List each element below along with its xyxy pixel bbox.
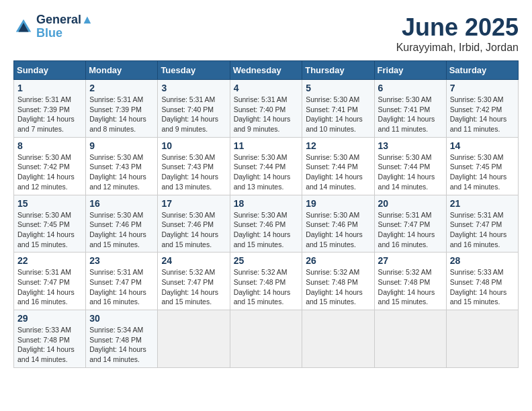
calendar-cell: 9 Sunrise: 5:30 AM Sunset: 7:43 PM Dayli…: [86, 137, 158, 195]
calendar-cell: 26 Sunrise: 5:32 AM Sunset: 7:48 PM Dayl…: [302, 253, 374, 310]
calendar-cell: 19 Sunrise: 5:30 AM Sunset: 7:46 PM Dayl…: [302, 195, 374, 253]
day-number: 22: [17, 255, 82, 266]
day-number: 1: [17, 83, 82, 93]
day-info: Sunrise: 5:30 AM Sunset: 7:45 PM Dayligh…: [17, 210, 82, 250]
calendar-cell: 8 Sunrise: 5:30 AM Sunset: 7:42 PM Dayli…: [14, 137, 86, 195]
calendar-cell: 24 Sunrise: 5:32 AM Sunset: 7:47 PM Dayl…: [158, 253, 230, 310]
calendar-cell: 15 Sunrise: 5:30 AM Sunset: 7:45 PM Dayl…: [14, 195, 86, 253]
calendar-cell: [446, 310, 518, 368]
calendar-cell: 28 Sunrise: 5:33 AM Sunset: 7:48 PM Dayl…: [446, 253, 518, 310]
day-info: Sunrise: 5:30 AM Sunset: 7:43 PM Dayligh…: [161, 152, 226, 192]
day-info: Sunrise: 5:33 AM Sunset: 7:48 PM Dayligh…: [17, 325, 82, 365]
calendar-cell: [374, 310, 446, 368]
day-number: 17: [161, 198, 226, 209]
calendar-cell: [302, 310, 374, 368]
day-info: Sunrise: 5:30 AM Sunset: 7:42 PM Dayligh…: [17, 152, 82, 192]
day-number: 4: [234, 83, 299, 93]
day-number: 18: [234, 198, 299, 209]
logo-text: General▲ Blue: [36, 13, 93, 40]
calendar-cell: 16 Sunrise: 5:30 AM Sunset: 7:46 PM Dayl…: [86, 195, 158, 253]
calendar-cell: 11 Sunrise: 5:30 AM Sunset: 7:44 PM Dayl…: [230, 137, 302, 195]
calendar-cell: 22 Sunrise: 5:31 AM Sunset: 7:47 PM Dayl…: [14, 253, 86, 310]
day-info: Sunrise: 5:31 AM Sunset: 7:39 PM Dayligh…: [89, 95, 154, 134]
calendar-cell: 20 Sunrise: 5:31 AM Sunset: 7:47 PM Dayl…: [374, 195, 446, 253]
day-number: 16: [89, 198, 154, 209]
day-number: 25: [234, 255, 299, 266]
day-info: Sunrise: 5:30 AM Sunset: 7:41 PM Dayligh…: [378, 95, 443, 134]
day-info: Sunrise: 5:32 AM Sunset: 7:48 PM Dayligh…: [306, 267, 370, 307]
day-info: Sunrise: 5:32 AM Sunset: 7:47 PM Dayligh…: [161, 267, 226, 307]
day-info: Sunrise: 5:30 AM Sunset: 7:46 PM Dayligh…: [234, 210, 299, 250]
calendar-cell: 17 Sunrise: 5:30 AM Sunset: 7:46 PM Dayl…: [158, 195, 230, 253]
day-info: Sunrise: 5:30 AM Sunset: 7:44 PM Dayligh…: [306, 152, 370, 192]
day-info: Sunrise: 5:31 AM Sunset: 7:47 PM Dayligh…: [450, 210, 515, 250]
day-number: 5: [306, 83, 370, 93]
day-number: 7: [450, 83, 515, 93]
day-number: 24: [161, 255, 226, 266]
day-info: Sunrise: 5:30 AM Sunset: 7:44 PM Dayligh…: [234, 152, 299, 192]
calendar-cell: 4 Sunrise: 5:31 AM Sunset: 7:40 PM Dayli…: [230, 80, 302, 138]
calendar-week-2: 8 Sunrise: 5:30 AM Sunset: 7:42 PM Dayli…: [14, 137, 519, 195]
calendar-week-5: 29 Sunrise: 5:33 AM Sunset: 7:48 PM Dayl…: [14, 310, 519, 368]
day-number: 11: [234, 140, 299, 151]
calendar-cell: 21 Sunrise: 5:31 AM Sunset: 7:47 PM Dayl…: [446, 195, 518, 253]
weekday-header-monday: Monday: [86, 61, 158, 80]
weekday-header-wednesday: Wednesday: [230, 61, 302, 80]
logo-icon: [13, 17, 34, 37]
day-number: 15: [17, 198, 82, 209]
day-number: 20: [378, 198, 443, 209]
day-info: Sunrise: 5:30 AM Sunset: 7:44 PM Dayligh…: [378, 152, 443, 192]
calendar-cell: 6 Sunrise: 5:30 AM Sunset: 7:41 PM Dayli…: [374, 80, 446, 138]
day-number: 8: [17, 140, 82, 151]
calendar-cell: 25 Sunrise: 5:32 AM Sunset: 7:48 PM Dayl…: [230, 253, 302, 310]
day-info: Sunrise: 5:30 AM Sunset: 7:43 PM Dayligh…: [89, 152, 154, 192]
calendar-week-4: 22 Sunrise: 5:31 AM Sunset: 7:47 PM Dayl…: [14, 253, 519, 310]
day-info: Sunrise: 5:30 AM Sunset: 7:41 PM Dayligh…: [306, 95, 370, 134]
calendar-cell: 13 Sunrise: 5:30 AM Sunset: 7:44 PM Dayl…: [374, 137, 446, 195]
location: Kurayyimah, Irbid, Jordan: [396, 42, 519, 54]
calendar-cell: [158, 310, 230, 368]
weekday-header-tuesday: Tuesday: [158, 61, 230, 80]
day-info: Sunrise: 5:30 AM Sunset: 7:45 PM Dayligh…: [450, 152, 515, 192]
logo: General▲ Blue: [13, 13, 93, 40]
calendar-table: SundayMondayTuesdayWednesdayThursdayFrid…: [13, 60, 519, 368]
day-info: Sunrise: 5:31 AM Sunset: 7:39 PM Dayligh…: [17, 95, 82, 134]
day-info: Sunrise: 5:31 AM Sunset: 7:47 PM Dayligh…: [89, 267, 154, 307]
weekday-header-saturday: Saturday: [446, 61, 518, 80]
weekday-header-thursday: Thursday: [302, 61, 374, 80]
day-info: Sunrise: 5:30 AM Sunset: 7:46 PM Dayligh…: [89, 210, 154, 250]
weekday-header-friday: Friday: [374, 61, 446, 80]
title-block: June 2025 Kurayyimah, Irbid, Jordan: [396, 13, 519, 54]
calendar-cell: [230, 310, 302, 368]
calendar-cell: 2 Sunrise: 5:31 AM Sunset: 7:39 PM Dayli…: [86, 80, 158, 138]
day-number: 9: [89, 140, 154, 151]
day-number: 10: [161, 140, 226, 151]
day-info: Sunrise: 5:31 AM Sunset: 7:47 PM Dayligh…: [17, 267, 82, 307]
month-title: June 2025: [396, 13, 519, 42]
day-number: 6: [378, 83, 443, 93]
calendar-cell: 1 Sunrise: 5:31 AM Sunset: 7:39 PM Dayli…: [14, 80, 86, 138]
calendar-cell: 3 Sunrise: 5:31 AM Sunset: 7:40 PM Dayli…: [158, 80, 230, 138]
day-info: Sunrise: 5:30 AM Sunset: 7:46 PM Dayligh…: [306, 210, 370, 250]
day-info: Sunrise: 5:33 AM Sunset: 7:48 PM Dayligh…: [450, 267, 515, 307]
day-info: Sunrise: 5:30 AM Sunset: 7:46 PM Dayligh…: [161, 210, 226, 250]
day-info: Sunrise: 5:34 AM Sunset: 7:48 PM Dayligh…: [89, 325, 154, 365]
day-info: Sunrise: 5:31 AM Sunset: 7:40 PM Dayligh…: [161, 95, 226, 134]
day-info: Sunrise: 5:31 AM Sunset: 7:40 PM Dayligh…: [234, 95, 299, 134]
day-number: 29: [17, 313, 82, 324]
weekday-header-sunday: Sunday: [14, 61, 86, 80]
day-info: Sunrise: 5:30 AM Sunset: 7:42 PM Dayligh…: [450, 95, 515, 134]
calendar-cell: 30 Sunrise: 5:34 AM Sunset: 7:48 PM Dayl…: [86, 310, 158, 368]
calendar-cell: 7 Sunrise: 5:30 AM Sunset: 7:42 PM Dayli…: [446, 80, 518, 138]
day-number: 30: [89, 313, 154, 324]
day-number: 19: [306, 198, 370, 209]
calendar-cell: 23 Sunrise: 5:31 AM Sunset: 7:47 PM Dayl…: [86, 253, 158, 310]
calendar-week-1: 1 Sunrise: 5:31 AM Sunset: 7:39 PM Dayli…: [14, 80, 519, 138]
day-number: 26: [306, 255, 370, 266]
calendar-cell: 18 Sunrise: 5:30 AM Sunset: 7:46 PM Dayl…: [230, 195, 302, 253]
day-info: Sunrise: 5:31 AM Sunset: 7:47 PM Dayligh…: [378, 210, 443, 250]
day-info: Sunrise: 5:32 AM Sunset: 7:48 PM Dayligh…: [378, 267, 443, 307]
day-number: 2: [89, 83, 154, 93]
calendar-cell: 29 Sunrise: 5:33 AM Sunset: 7:48 PM Dayl…: [14, 310, 86, 368]
page-header: General▲ Blue June 2025 Kurayyimah, Irbi…: [13, 13, 519, 54]
